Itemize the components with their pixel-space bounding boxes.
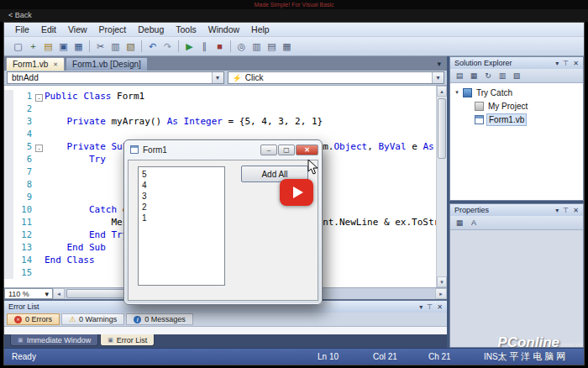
pin-icon[interactable]: ⊤ [427,303,433,311]
save-all-icon[interactable]: ▦ [71,39,86,54]
alphabetical-icon[interactable]: A [468,218,480,229]
menu-window[interactable]: Window [202,23,245,37]
pin-icon[interactable]: ⊤ [563,207,569,214]
open-file-icon[interactable]: ▤ [41,39,55,54]
listbox-item[interactable]: 1 [142,213,221,223]
tab-0-warnings[interactable]: ⚠0 Warnings [61,313,124,325]
breakpoint-margin[interactable] [4,166,13,178]
expander-icon[interactable]: ▾ [454,89,460,96]
paste-icon[interactable]: ▧ [123,39,138,54]
listbox-item[interactable]: 4 [142,180,221,191]
collapse-icon[interactable]: - [35,94,43,102]
tab-0-messages[interactable]: i0 Messages [126,313,193,325]
tool-tab-error-list[interactable]: ▣Error List [100,334,155,346]
menu-file[interactable]: File [9,23,35,37]
undo-icon[interactable]: ↶ [145,39,160,54]
form1-dialog[interactable]: Form1 – ▢ ✕ 54321 Add All [123,139,323,305]
copy-icon[interactable]: ▥ [108,39,123,54]
menu-project[interactable]: Project [93,23,133,37]
breakpoint-margin[interactable] [4,241,13,254]
breakpoint-margin[interactable] [4,90,13,103]
dialog-titlebar[interactable]: Form1 – ▢ ✕ [124,140,322,157]
properties-header[interactable]: Properties ▾ ⊤ ✕ [450,204,583,216]
fold-marker-icon[interactable]: - [34,140,45,153]
stop-debugging-icon[interactable]: ■ [213,39,227,54]
close-icon[interactable]: ✕ [53,61,58,68]
breakpoint-margin[interactable] [4,128,13,140]
zoom-level-dropdown[interactable]: 110 % ▾ [4,288,53,299]
breakpoint-margin[interactable] [4,103,13,115]
find-icon[interactable]: ◎ [234,39,249,54]
collapse-icon[interactable]: - [35,145,43,152]
start-debugging-icon[interactable]: ▶ [182,39,197,54]
scroll-down-icon[interactable]: ▼ [437,276,447,287]
scroll-up-icon[interactable]: ▲ [437,86,447,97]
tree-item-my-project[interactable]: My Project [450,99,583,113]
scrollbar-track[interactable] [437,97,447,276]
tab-form1-vb[interactable]: Form1.vb✕ [6,57,65,71]
breakpoint-margin[interactable] [4,254,13,266]
breakpoint-margin[interactable] [4,216,13,229]
tab-0-errors[interactable]: ✕0 Errors [7,313,60,325]
new-window-icon[interactable]: ▢ [11,39,25,54]
close-icon[interactable]: ✕ [437,303,443,311]
break-all-icon[interactable]: ∥ [197,39,212,54]
breakpoint-margin[interactable] [4,115,13,128]
window-position-icon[interactable]: ▾ [555,207,559,214]
scroll-right-icon[interactable]: ► [435,288,447,299]
add-item-icon[interactable]: + [26,39,40,54]
listbox-item[interactable]: 5 [142,169,221,180]
breakpoint-margin[interactable] [4,153,13,166]
menu-tools[interactable]: Tools [170,23,202,37]
categorized-icon[interactable]: ▦ [454,218,465,229]
menu-view[interactable]: View [62,23,93,37]
view-code-icon[interactable]: ▥ [496,71,508,81]
tree-item-try-catch[interactable]: ▾Try Catch [450,86,583,99]
properties-page-icon[interactable]: ▤ [454,71,465,81]
tool-tab-immediate-window[interactable]: ▣Immediate Window [10,334,98,346]
solution-explorer-icon[interactable]: ▥ [249,39,264,54]
breakpoint-margin[interactable] [4,229,13,241]
menu-edit[interactable]: Edit [35,23,62,37]
fold-marker-icon[interactable]: - [34,90,45,103]
back-button[interactable]: < Back [0,9,588,22]
cut-icon[interactable]: ✂ [93,39,108,54]
breakpoint-margin[interactable] [4,140,13,153]
object-dropdown[interactable]: btnAdd ▾ [7,71,224,84]
window-position-icon[interactable]: ▾ [555,60,559,67]
breakpoint-margin[interactable] [4,178,13,191]
listbox-item[interactable]: 3 [142,191,221,202]
scroll-left-icon[interactable]: ◄ [53,288,65,299]
close-icon[interactable]: ✕ [573,60,579,67]
pin-icon[interactable]: ⊤ [563,60,569,67]
event-dropdown[interactable]: ⚡ Click ▾ [228,71,445,84]
numbers-listbox[interactable]: 54321 [138,166,225,286]
refresh-icon[interactable]: ↻ [482,71,494,81]
menu-debug[interactable]: Debug [132,23,170,37]
solution-explorer-header[interactable]: Solution Explorer ▾ ⊤ ✕ [450,57,583,69]
close-button[interactable]: ✕ [296,145,318,155]
properties-window-icon[interactable]: ▤ [265,39,279,54]
show-all-files-icon[interactable]: ▦ [468,71,480,81]
chevron-down-icon[interactable]: ▾ [432,72,444,83]
save-icon[interactable]: ▣ [56,39,71,54]
maximize-button[interactable]: ▢ [278,145,295,155]
tab-form1-vb-design[interactable]: Form1.vb [Design] [66,57,148,71]
breakpoint-margin[interactable] [4,203,13,216]
breakpoint-margin[interactable] [4,266,13,279]
chevron-down-icon[interactable]: ▾ [212,72,223,83]
vertical-scrollbar[interactable]: ▲ ▼ [436,86,447,287]
tree-item-form1-vb[interactable]: Form1.vb [450,113,583,126]
youtube-play-button[interactable] [280,179,313,206]
close-icon[interactable]: ✕ [573,207,579,214]
redo-icon[interactable]: ↷ [160,39,175,54]
menu-help[interactable]: Help [245,23,276,37]
tab-list-dropdown-icon[interactable]: ▾ [437,60,441,68]
toolbox-icon[interactable]: ▦ [280,39,294,54]
listbox-item[interactable]: 2 [142,202,221,213]
breakpoint-margin[interactable] [4,191,13,203]
window-position-icon[interactable]: ▾ [419,303,423,311]
scrollbar-thumb[interactable] [438,98,446,159]
minimize-button[interactable]: – [260,145,277,155]
view-designer-icon[interactable]: ▧ [511,71,522,81]
